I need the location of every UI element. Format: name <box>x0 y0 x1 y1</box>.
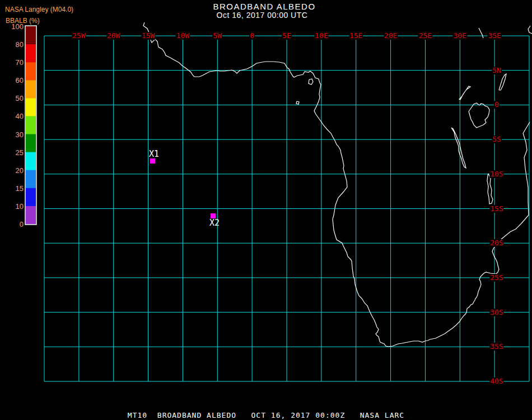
coastline-path <box>451 128 466 168</box>
marker-x1 <box>150 158 155 164</box>
lon-tick-label: 0 <box>249 32 255 40</box>
lat-tick-label: 5S <box>492 136 502 143</box>
page-title: BROADBAND ALBEDO <box>213 2 315 11</box>
coastline-path <box>528 26 532 34</box>
colorbar-segment <box>26 188 36 207</box>
coastline-path <box>459 86 470 100</box>
lon-tick-label: 20E <box>384 32 398 40</box>
coastline-path <box>309 79 313 85</box>
coastline-path <box>487 174 493 204</box>
lon-tick-label: 15W <box>141 32 155 40</box>
lon-tick-label: 20W <box>106 32 120 40</box>
lon-tick-label: 5E <box>282 32 292 40</box>
colorbar-segment <box>26 62 36 81</box>
lat-tick-label: 25S <box>489 274 503 282</box>
colorbar-segment <box>26 134 36 153</box>
colorbar-tick-label: 10 <box>16 202 24 210</box>
lon-tick-label: 35E <box>487 32 501 40</box>
coastline-path <box>296 101 299 104</box>
lon-tick-label: 30E <box>453 32 467 40</box>
colorbar-tick-label: 100 <box>11 22 24 31</box>
lat-tick-label: 20S <box>489 239 503 247</box>
colorbar-tick-label: 0 <box>20 220 24 228</box>
colorbar-segment <box>26 44 36 63</box>
colorbar-segment <box>26 116 36 134</box>
lat-tick-label: 5N <box>492 67 502 74</box>
lat-tick-label: 30S <box>489 309 503 316</box>
map-plot <box>0 0 532 420</box>
colorbar-segment <box>26 98 36 116</box>
colorbar-segment <box>26 152 36 171</box>
colorbar-tick-label: 40 <box>16 112 24 120</box>
coastline-path <box>479 28 483 38</box>
colorbar-tick-label: 50 <box>16 94 24 102</box>
colorbar-segment <box>26 170 36 189</box>
timestamp-subtitle: Oct 16, 2017 00:00 UTC <box>217 11 308 20</box>
marker-label-x2: X2 <box>209 219 220 227</box>
colorbar-segment <box>26 80 36 99</box>
colorbar-tick-label: 60 <box>16 76 24 85</box>
lat-tick-label: 15S <box>489 205 503 213</box>
lon-tick-label: 10E <box>314 32 328 40</box>
lon-tick-label: 10W <box>176 32 190 40</box>
footer-caption: MT10 BROADBAND ALBEDO OCT 16, 2017 00:00… <box>128 411 404 419</box>
lon-tick-label: 25W <box>72 32 86 40</box>
colorbar-tick-label: 70 <box>16 58 24 67</box>
colorbar-tick-label: 15 <box>16 184 24 192</box>
colorbar-tick-label: 25 <box>16 148 24 156</box>
lon-tick-label: 15E <box>349 32 363 40</box>
colorbar-segment <box>26 26 36 45</box>
credit-label: NASA Langley (M04.0) <box>5 6 73 13</box>
albedo-map-viewer: BROADBAND ALBEDO Oct 16, 2017 00:00 UTC … <box>0 0 532 420</box>
marker-label-x1: X1 <box>149 150 159 158</box>
lat-tick-label: 40S <box>489 377 503 385</box>
colorbar-tick-label: 20 <box>16 166 24 174</box>
coastline-path <box>143 22 530 347</box>
colorbar-tick-label: 80 <box>16 40 24 49</box>
colorbar-tick-label: 30 <box>16 130 24 138</box>
coastline-path <box>499 74 506 90</box>
lon-tick-label: 25E <box>418 32 432 40</box>
lat-tick-label: 35S <box>489 343 503 351</box>
lon-tick-label: 5W <box>212 32 222 40</box>
colorbar-segment <box>26 206 36 225</box>
lat-tick-label: 10S <box>489 170 503 178</box>
coastline-path <box>469 103 489 128</box>
lat-tick-label: 0 <box>494 101 500 109</box>
